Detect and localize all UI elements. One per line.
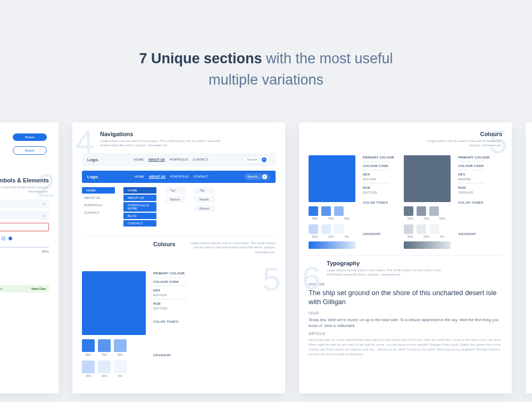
typo-title: Typography — [327, 260, 502, 266]
menu-a-1[interactable]: ABOUT US — [82, 195, 115, 201]
range-slider[interactable] — [0, 247, 49, 248]
swatch-blue — [309, 155, 355, 202]
typo-lead-label: LEAD — [309, 311, 502, 315]
toast-success: een added to your cart. View Cart — [0, 285, 49, 292]
nav-contact[interactable]: CONTACT — [194, 175, 209, 178]
navbar-dark: Logo. HOME ABOUT US PORTFOLIO CONTACT Se… — [82, 171, 276, 183]
nav-contact[interactable]: CONTACT — [193, 158, 209, 161]
typo-lead: Texas tea. Well we're movin' on up to th… — [309, 317, 502, 329]
menu-b-2[interactable]: PORTFOLIO & MORE — [123, 202, 156, 212]
symbols-title: Symbols & Elements — [0, 177, 49, 183]
typo-desc: Large buttons can be used in most cases.… — [327, 268, 444, 277]
logo-dark[interactable]: Logo. — [87, 174, 99, 179]
colours-desc: Large buttons can be used in most cases.… — [185, 241, 276, 254]
nav-about[interactable]: ABOUT US — [149, 175, 165, 178]
colours-title: Colours — [153, 241, 176, 247]
card-symbols: Button Button 2 Symbols & Elements be us… — [0, 122, 59, 393]
hero-bold: 7 Unique sections — [139, 51, 262, 66]
button-primary-1[interactable]: Button — [13, 133, 47, 141]
radio-off[interactable] — [2, 237, 5, 240]
search-go-icon[interactable]: ✕ — [262, 174, 267, 179]
swatch-meta: PRIMARY COLOUR COLOUR CODE HEX #1A7ADF R… — [153, 271, 187, 378]
button-outline-1[interactable]: Button — [13, 146, 47, 155]
tone-50 — [114, 339, 127, 352]
nav-title: Navigations — [100, 131, 276, 137]
menu-columns: HOME ABOUT US PORTFOLIO CONTACT HOME ABO… — [82, 187, 276, 227]
chip-bottom[interactable]: Bottom — [165, 196, 186, 203]
card-navigations: 4 Navigations Large buttons can be used … — [72, 122, 285, 393]
error-input[interactable]: Format — [0, 223, 49, 231]
menu-b-0[interactable]: HOME — [123, 187, 156, 194]
nav-home[interactable]: HOME — [134, 158, 144, 161]
colours-title-2: Colours — [417, 131, 502, 137]
menu-a-2[interactable]: PORTFOLIO — [82, 202, 115, 208]
toast-link[interactable]: View Cart — [31, 287, 46, 290]
tone-75 — [98, 339, 111, 352]
tone-5 — [114, 361, 127, 373]
nav-links-dark: HOME ABOUT US PORTFOLIO CONTACT — [135, 175, 209, 178]
nav-home[interactable]: HOME — [135, 175, 144, 178]
chip-middle[interactable]: Middle — [194, 196, 215, 203]
chip-bottom2[interactable]: Bottom — [194, 205, 215, 212]
tag-row: Add Tag × — [0, 236, 49, 241]
radio-on-2[interactable] — [9, 237, 12, 240]
symbols-desc: be used in area with limited errors, pop… — [0, 185, 49, 194]
menu-b-3[interactable]: BLOG — [123, 213, 156, 219]
tone-25 — [82, 361, 95, 373]
nav-portfolio[interactable]: PORTFOLIO — [170, 158, 188, 161]
section-number-4: 4 — [76, 125, 94, 158]
nav-links-light: HOME ABOUT US PORTFOLIO CONTACT — [134, 158, 208, 161]
typo-header-label: HEADER — [309, 282, 502, 286]
card-iconset: 7 Icon Set Icons are most effective when… — [526, 122, 532, 393]
menu-a-0[interactable]: HOME — [82, 187, 115, 194]
hero-rest2: multiple variations — [209, 72, 323, 88]
gradient-blue — [309, 241, 355, 249]
chip-top[interactable]: Top — [165, 187, 186, 194]
menu-a-3[interactable]: CONTACT — [82, 210, 115, 216]
hero-heading: 7 Unique sections with the most useful m… — [139, 48, 393, 91]
menu-b-1[interactable]: ABOUT US — [123, 195, 156, 201]
hero: 7 Unique sections with the most useful m… — [0, 0, 532, 112]
search-input-2[interactable]: ⌕ — [0, 211, 49, 220]
hero-rest1: with the most useful — [262, 51, 393, 66]
typo-header: The ship set ground on the shore of this… — [309, 288, 502, 307]
gradient-grey — [404, 241, 451, 249]
tone-90 — [82, 339, 95, 352]
nav-desc: Large buttons can be used in most cases.… — [100, 139, 222, 148]
chip-top2[interactable]: Top — [194, 187, 215, 194]
typo-article: Here's the story of a man named Brady wh… — [309, 338, 502, 357]
cards-row: Button Button 2 Symbols & Elements be us… — [0, 122, 532, 393]
colours-block: 90% 75% 50% 25% 10% 5% PRIMARY COLOUR — [82, 271, 276, 378]
nav-portfolio[interactable]: PORTFOLIO — [170, 175, 189, 178]
swatch-grey — [404, 155, 451, 202]
menu-b-4[interactable]: CONTACT — [123, 220, 156, 227]
colours-desc-2: Large buttons can be used in area with l… — [417, 139, 502, 148]
search-go-icon[interactable]: ✕ — [262, 157, 267, 162]
swatch-primary — [82, 271, 146, 335]
search-icon: ⌕ — [43, 213, 46, 217]
card-colours-typo: 5 Colours Large buttons can be used in a… — [299, 122, 512, 393]
nav-search-light[interactable]: Search...✕ — [243, 156, 270, 164]
typo-article-label: ARTICLE — [309, 332, 502, 336]
tone-10 — [98, 361, 111, 373]
nav-about[interactable]: ABOUT US — [148, 158, 165, 161]
toast-text: een added to your cart. — [0, 287, 3, 290]
slider-max: $800 — [42, 250, 49, 253]
nav-search-dark[interactable]: Search...✕ — [244, 173, 270, 180]
navbar-light: Logo. HOME ABOUT US PORTFOLIO CONTACT Se… — [82, 153, 276, 166]
